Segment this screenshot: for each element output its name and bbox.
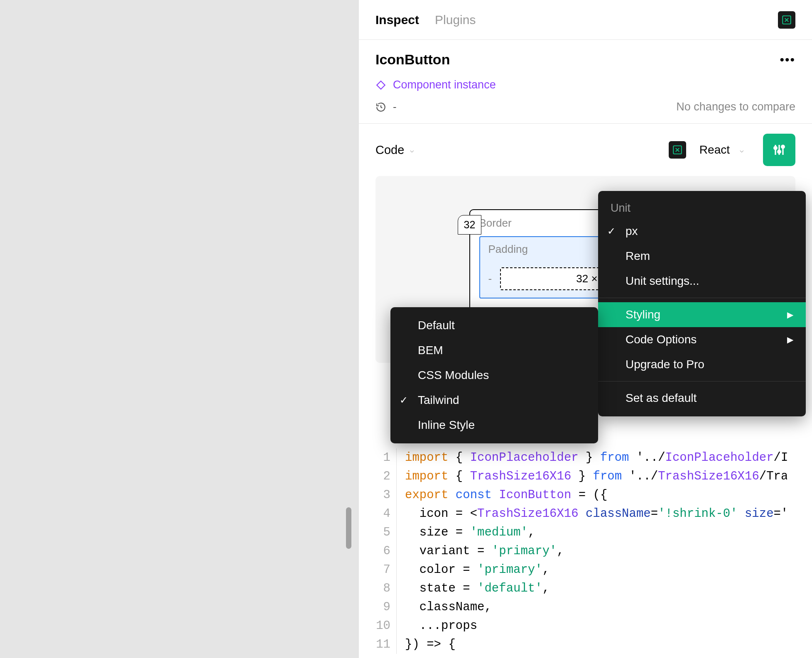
svg-point-6: [778, 150, 781, 153]
code-settings-menu: Unit ✓ px Rem Unit settings... Styling ▶…: [598, 191, 806, 416]
sliders-icon: [772, 142, 787, 157]
menu-item-tailwind[interactable]: ✓ Tailwind: [390, 388, 598, 413]
component-instance-label: Component instance: [393, 78, 496, 91]
menu-item-label: px: [626, 225, 638, 238]
tab-inspect[interactable]: Inspect: [375, 13, 419, 27]
code-gutter: 1234567891011: [375, 448, 397, 654]
chevron-down-icon[interactable]: ⌵: [740, 146, 744, 154]
menu-item-label: Tailwind: [418, 394, 459, 407]
svg-point-7: [782, 145, 785, 148]
no-changes-label: No changes to compare: [676, 100, 795, 113]
code-label: Code: [375, 143, 404, 157]
chevron-down-icon[interactable]: ⌵: [410, 146, 414, 154]
more-options-icon[interactable]: •••: [780, 53, 795, 67]
menu-header-unit: Unit: [598, 197, 806, 219]
canvas-area[interactable]: [0, 0, 358, 658]
menu-item-label: Code Options: [626, 333, 697, 346]
menu-item-default[interactable]: Default: [390, 313, 598, 338]
history-value: -: [393, 100, 397, 113]
panel-tabs: Inspect Plugins: [359, 0, 812, 40]
framework-label[interactable]: React: [699, 143, 730, 157]
component-title: IconButton: [375, 51, 450, 68]
framework-badge-icon[interactable]: [669, 141, 686, 159]
menu-item-label: CSS Modules: [418, 369, 489, 382]
tab-plugins[interactable]: Plugins: [435, 13, 476, 27]
menu-item-unit-settings[interactable]: Unit settings...: [598, 269, 806, 294]
padding-left-dash: -: [488, 272, 492, 285]
menu-item-label: Rem: [626, 250, 650, 263]
check-icon: ✓: [400, 394, 408, 406]
menu-item-label: Unit settings...: [626, 274, 699, 288]
svg-point-5: [774, 147, 777, 149]
box-size-label: 32: [458, 215, 482, 235]
menu-item-set-default[interactable]: Set as default: [598, 386, 806, 411]
history-row: - No changes to compare: [375, 100, 795, 113]
component-instance-link[interactable]: Component instance: [375, 78, 795, 91]
scrollbar-thumb[interactable]: [346, 507, 351, 549]
diamond-icon: [375, 80, 386, 91]
check-icon: ✓: [607, 225, 616, 237]
menu-separator: [598, 298, 806, 298]
code-lines[interactable]: import { IconPlaceholder } from '../Icon…: [397, 448, 787, 654]
plugin-badge-icon[interactable]: [778, 11, 795, 29]
menu-item-code-options[interactable]: Code Options ▶: [598, 327, 806, 352]
history-icon: [375, 102, 386, 113]
menu-item-upgrade[interactable]: Upgrade to Pro: [598, 352, 806, 377]
menu-item-label: Default: [418, 319, 455, 332]
menu-item-bem[interactable]: BEM: [390, 338, 598, 363]
menu-item-px[interactable]: ✓ px: [598, 219, 806, 244]
menu-separator: [598, 381, 806, 382]
menu-item-css-modules[interactable]: CSS Modules: [390, 363, 598, 388]
menu-item-rem[interactable]: Rem: [598, 244, 806, 269]
menu-item-label: Upgrade to Pro: [626, 358, 704, 371]
code-section-header: Code ⌵ React ⌵: [359, 124, 812, 176]
chevron-right-icon: ▶: [787, 310, 793, 320]
menu-item-label: BEM: [418, 344, 443, 357]
chevron-right-icon: ▶: [787, 335, 793, 345]
menu-item-inline-style[interactable]: Inline Style: [390, 413, 598, 438]
menu-item-label: Inline Style: [418, 418, 475, 432]
menu-item-label: Set as default: [626, 391, 697, 405]
code-settings-button[interactable]: [763, 134, 795, 166]
menu-item-styling[interactable]: Styling ▶: [598, 302, 806, 327]
menu-item-label: Styling: [626, 308, 660, 321]
code-editor[interactable]: 1234567891011 import { IconPlaceholder }…: [375, 448, 797, 654]
styling-submenu: Default BEM CSS Modules ✓ Tailwind Inlin…: [390, 307, 598, 443]
component-header: IconButton ••• Component instance - No c…: [359, 40, 812, 124]
